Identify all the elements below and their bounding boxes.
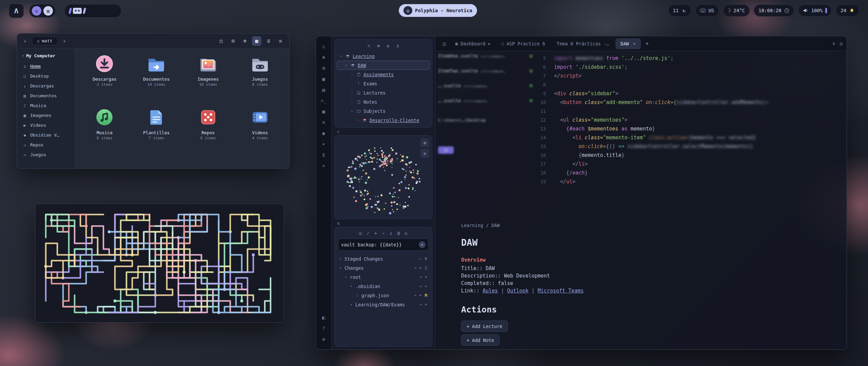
workspace-active-icon[interactable]: ◎ (32, 6, 41, 16)
graph-pane-icon[interactable]: ⌗ (334, 128, 432, 135)
sidebar-item-repos[interactable]: ▱Repos (20, 140, 72, 150)
tab-dashboard[interactable]: ▦ Dashboard ◉ (450, 38, 495, 49)
add-note-button[interactable]: + Add Note (461, 334, 499, 346)
window-list-widget[interactable] (64, 4, 121, 18)
git-push-icon[interactable]: ↥ (390, 230, 392, 236)
tree-item-lectures[interactable]: › Lectures (337, 88, 430, 97)
sidebar-item-documentos[interactable]: ▤Documentos (20, 91, 72, 101)
git-change-list-icon[interactable]: ≣ (397, 230, 400, 236)
pin-icon[interactable]: ⌖ (319, 139, 329, 149)
volume-meter[interactable] (825, 8, 827, 13)
git-row-actions[interactable]: ↶ + (419, 274, 427, 280)
clock-pill[interactable]: 18:08:28 (754, 4, 794, 17)
tree-item-desarrollo-cliente[interactable]: › Desarrollo-Cliente (337, 116, 430, 125)
tab-tema6[interactable]: Tema 6 Prácticas -… (552, 38, 614, 49)
camera-icon[interactable]: ◉ (319, 128, 329, 138)
canvas-icon[interactable]: ▦ (319, 74, 329, 84)
menu-button[interactable]: ≡ (276, 36, 285, 46)
folder-documentos[interactable]: Documentos 14 items (131, 54, 182, 87)
tab-daw[interactable]: DAW × (615, 38, 640, 49)
tree-item-exams[interactable]: › ! Exams (337, 79, 430, 88)
git-row-actions[interactable]: ↶ + (419, 284, 427, 289)
folder-imagenes[interactable]: Imagenes 10 items (182, 54, 234, 87)
home-icon[interactable]: ⌂ (319, 42, 329, 51)
folder-juegos[interactable]: Juegos 8 items (234, 54, 286, 87)
search-button[interactable]: ⊛ (240, 36, 250, 46)
sidebar-item-juegos[interactable]: ▱Juegos (20, 150, 72, 160)
tree-item-daw[interactable]: ▾ DAW (337, 61, 430, 70)
git-row-exams-dir[interactable]: ▾ Learning/DAW/Exams ↶ + (336, 300, 431, 309)
tree-item-learning[interactable]: ▾ Learning (337, 52, 430, 61)
terminal-icon[interactable]: >_ (319, 96, 329, 105)
back-button[interactable]: ‹ (21, 37, 29, 45)
daily-note-icon[interactable]: ▤ (319, 85, 329, 95)
workspace-indicator[interactable]: ◎ ▤ (29, 4, 56, 18)
sidebar-item-musica[interactable]: ♪Musica (20, 101, 72, 110)
weather-pill[interactable]: ☽ 24°C (723, 4, 750, 17)
git-row-actions[interactable]: — (419, 256, 422, 261)
preview-pane-button[interactable]: ◫ (216, 36, 226, 46)
search-icon[interactable]: ⊛ (319, 53, 329, 62)
git-row-actions[interactable]: ↶ + (414, 293, 422, 298)
launcher-button[interactable]: Λ (9, 4, 24, 18)
add-lecture-button[interactable]: + Add Lecture (461, 321, 508, 332)
git-unstage-all-icon[interactable]: − (382, 230, 384, 236)
link-outlook[interactable]: Outlook (507, 288, 528, 294)
folder-videos[interactable]: Videos 4 items (234, 107, 286, 141)
git-refresh-icon[interactable]: ↻ (405, 230, 408, 236)
vault-switcher-icon[interactable]: ◧ (319, 313, 329, 322)
note-title[interactable]: DAW (461, 237, 780, 248)
updates-pill[interactable]: 11 ↻ (668, 4, 692, 17)
graph-view-icon[interactable]: ⋔ (319, 63, 329, 73)
tree-item-assignments[interactable]: › Assignments (337, 70, 430, 79)
new-folder-button[interactable]: ⊞ (228, 36, 238, 46)
sidebar-item-obsidian-vault[interactable]: ◆Obsidian V… (20, 130, 72, 140)
git-row-changes[interactable]: ▾ Changes ↶ +2 (336, 263, 431, 272)
window-chip[interactable] (73, 8, 82, 14)
window-chip[interactable] (68, 8, 72, 14)
sidebar-item-desktop[interactable]: ▢Desktop (20, 71, 72, 81)
tree-item-notes[interactable]: › Notes (337, 97, 430, 106)
git-backup-icon[interactable]: ◎ (359, 230, 362, 236)
git-commit-icon[interactable]: ✓ (367, 230, 369, 236)
gear-icon[interactable]: ⚙ (319, 334, 329, 344)
help-icon[interactable]: ? (319, 324, 329, 333)
file-manager-titlebar[interactable]: ‹ ⌂ matt › ◫ ⊞ ⊛ ▦ ≣ ≡ (17, 34, 289, 48)
unlink-icon[interactable]: ⊘ (319, 118, 329, 127)
split-pane-icon[interactable]: ◫ (840, 41, 843, 46)
volume-pill[interactable]: 100% (798, 4, 832, 17)
graph-settings-button[interactable]: ⚙ (420, 138, 429, 147)
git-row-obsidian-dir[interactable]: ▾ .obsidian ↶ + (336, 282, 431, 291)
clear-icon[interactable]: × (419, 241, 426, 248)
commit-message-input[interactable] (341, 242, 419, 247)
close-icon[interactable]: × (319, 161, 329, 170)
sidebar-item-descargas[interactable]: ↓Descargas (20, 81, 72, 91)
sidebar-toggle-icon[interactable]: ◫ (439, 41, 449, 46)
new-tab-button[interactable]: + (642, 40, 652, 47)
graph-filter-button[interactable]: ⊙ (420, 149, 429, 158)
link-teams[interactable]: Microsoft Teams (538, 288, 584, 294)
book-icon[interactable]: ▣ (319, 107, 329, 116)
git-row-root[interactable]: ▾ root ↶ + (336, 272, 431, 282)
collapse-all-icon[interactable]: ∧ (396, 43, 399, 48)
forward-button[interactable]: › (60, 37, 68, 45)
breadcrumb[interactable]: Learning / DAW (461, 223, 780, 228)
tab-list-icon[interactable]: ∨ (832, 41, 835, 46)
now-playing-widget[interactable]: ◎ Polyphia - Neurotica (399, 4, 477, 17)
sidebar-item-imagenes[interactable]: ▣Imagenes (20, 110, 72, 120)
donate-icon[interactable]: $ (319, 150, 329, 160)
keyboard-layout-pill[interactable]: US (695, 4, 719, 17)
sidebar-header[interactable]: ▾ My Computer (20, 53, 72, 61)
link-aules[interactable]: Aules (482, 288, 498, 294)
tab-asp-practice[interactable]: ▢ ASP Practice 6 (496, 38, 550, 49)
workspace-app-icon[interactable]: ▤ (43, 6, 53, 16)
sort-icon[interactable]: ⇅ (387, 43, 390, 48)
new-folder-icon[interactable]: ⊕ (377, 43, 380, 48)
new-note-icon[interactable]: ✎ (368, 43, 370, 48)
code-editor[interactable]: 5import mementoes from '../../store.js';… (532, 54, 841, 186)
list-view-button[interactable]: ≣ (264, 36, 273, 46)
folder-descargas[interactable]: Descargas 2 items (79, 54, 131, 87)
git-pane-icon[interactable]: ⇅ (334, 219, 432, 227)
folder-plantillas[interactable]: Plantillas 7 items (131, 107, 182, 141)
git-row-graph-json[interactable]: ▢ graph.json ↶ +M (336, 291, 431, 300)
